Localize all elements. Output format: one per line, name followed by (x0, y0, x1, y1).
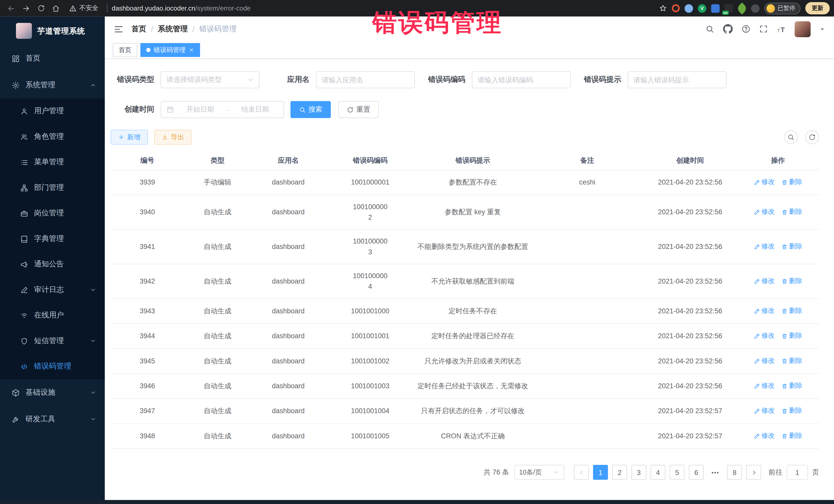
github-icon[interactable] (723, 24, 733, 34)
extension-icon[interactable] (685, 4, 693, 13)
search-button[interactable]: 搜索 (290, 101, 331, 118)
address-bar[interactable]: dashboard.yudao.iocoder.cn/system/error-… (112, 5, 251, 12)
sidebar-item-label: 基础设施 (25, 388, 55, 397)
filter-input[interactable] (634, 72, 721, 88)
tab-label: 错误码管理 (154, 45, 185, 54)
delete-link[interactable]: 删除 (781, 207, 803, 217)
close-icon[interactable] (189, 47, 194, 52)
sidebar-item-3[interactable]: 角色管理 (0, 124, 105, 149)
fullscreen-icon[interactable] (759, 24, 768, 34)
add-button[interactable]: 新增 (111, 130, 148, 145)
total-count: 共 76 条 (484, 467, 509, 477)
refresh-icon[interactable] (805, 130, 819, 144)
sidebar-item-label: 字典管理 (34, 234, 64, 243)
page-button-5[interactable]: 5 (670, 465, 685, 480)
font-size-icon[interactable]: TT (776, 24, 786, 34)
sidebar-item-8[interactable]: 通知公告 (0, 251, 105, 277)
filter-select[interactable]: 请选择错误码类型 (161, 71, 260, 88)
edit-link[interactable]: 修改 (753, 276, 775, 286)
delete-link[interactable]: 删除 (781, 242, 803, 252)
avatar[interactable] (795, 21, 811, 37)
breadcrumb-item[interactable]: 首页 (131, 24, 146, 34)
bookmark-star-icon[interactable] (659, 4, 667, 12)
date-range-picker[interactable]: 开始日期 - 结束日期 (161, 101, 284, 118)
export-button[interactable]: 导出 (154, 130, 192, 145)
page-button-6[interactable]: 6 (689, 465, 704, 480)
edit-link[interactable]: 修改 (753, 177, 775, 188)
edit-link[interactable]: 修改 (753, 406, 775, 416)
reset-button[interactable]: 重置 (338, 101, 379, 118)
question-icon[interactable] (741, 24, 750, 34)
page-button-3[interactable]: 3 (631, 465, 646, 480)
edit-link[interactable]: 修改 (753, 331, 775, 341)
home-icon[interactable] (49, 1, 63, 15)
delete-link[interactable]: 删除 (781, 431, 803, 441)
table-cell: 3948 (111, 431, 184, 442)
sidebar-item-13[interactable]: 基础设施 (0, 379, 105, 406)
profile-avatar (767, 4, 775, 13)
delete-link[interactable]: 删除 (781, 177, 803, 188)
sidebar-logo[interactable]: 芋道管理系统 (0, 17, 105, 45)
sidebar-item-7[interactable]: 字典管理 (0, 226, 105, 251)
sidebar-item-1[interactable]: 系统管理 (0, 72, 105, 98)
extension-icon[interactable] (736, 2, 748, 14)
breadcrumb-item[interactable]: 系统管理 (158, 24, 188, 34)
edit-link[interactable]: 修改 (753, 356, 775, 366)
delete-link[interactable]: 删除 (781, 381, 803, 391)
sidebar-item-0[interactable]: 首页 (0, 45, 105, 72)
tab-0[interactable]: 首页 (113, 43, 137, 57)
page-button-2[interactable]: 2 (612, 465, 627, 480)
extension-icon[interactable]: V (698, 4, 706, 13)
search-icon[interactable] (705, 24, 714, 34)
extension-icon[interactable] (672, 4, 680, 12)
extension-icon[interactable] (711, 4, 720, 13)
delete-link[interactable]: 删除 (781, 406, 803, 416)
forward-icon[interactable] (19, 1, 33, 15)
profile-badge[interactable]: 已暂停 (764, 2, 800, 14)
delete-icon (781, 408, 788, 414)
delete-link[interactable]: 删除 (781, 276, 803, 286)
sidebar-item-12[interactable]: 错误码管理 (0, 354, 105, 379)
sidebar-item-4[interactable]: 菜单管理 (0, 149, 105, 175)
edit-link[interactable]: 修改 (753, 242, 775, 252)
back-icon[interactable] (4, 1, 18, 15)
delete-link[interactable]: 删除 (781, 356, 803, 366)
extension-icon[interactable]: on (724, 4, 733, 13)
sidebar-item-9[interactable]: 审计日志 (0, 277, 105, 303)
sidebar-item-5[interactable]: 部门管理 (0, 175, 105, 200)
next-page-button[interactable] (746, 465, 761, 480)
edit-link[interactable]: 修改 (753, 306, 775, 316)
delete-link[interactable]: 删除 (781, 331, 803, 341)
filter-input[interactable] (322, 72, 409, 88)
hamburger-icon[interactable] (113, 24, 124, 34)
edit-link[interactable]: 修改 (753, 431, 775, 441)
delete-link[interactable]: 删除 (781, 306, 803, 316)
page-button-8[interactable]: 8 (727, 465, 742, 480)
show-search-icon[interactable] (784, 130, 798, 144)
reload-icon[interactable] (34, 1, 48, 15)
sidebar-item-14[interactable]: 研发工具 (0, 406, 105, 432)
chevron-down-icon (90, 389, 96, 396)
extensions-menu-icon[interactable] (751, 4, 760, 13)
tab-1[interactable]: 错误码管理 (140, 43, 200, 57)
sidebar-item-11[interactable]: 短信管理 (0, 328, 105, 354)
logo-image (16, 23, 32, 39)
warning-icon (69, 5, 76, 12)
page-button-4[interactable]: 4 (651, 465, 665, 480)
prev-page-button[interactable] (574, 465, 589, 480)
sidebar-item-6[interactable]: 岗位管理 (0, 200, 105, 226)
sidebar-item-2[interactable]: 用户管理 (0, 98, 105, 124)
edit-link[interactable]: 修改 (753, 381, 775, 391)
page-size-select[interactable]: 10条/页 (514, 465, 564, 480)
page-content: 错误码类型请选择错误码类型应用名错误码编码错误码提示 创建时间 开始日期 - 结… (105, 59, 834, 500)
update-button[interactable]: 更新 (805, 2, 830, 14)
filter-input[interactable] (478, 72, 565, 88)
caret-down-icon[interactable] (819, 26, 826, 32)
edit-link[interactable]: 修改 (753, 207, 775, 217)
filter-label: 应用名 (259, 75, 316, 84)
table-cell: 3947 (111, 406, 184, 416)
goto-input[interactable] (787, 465, 808, 480)
sidebar-item-10[interactable]: 在线用户 (0, 303, 105, 328)
page-button-1[interactable]: 1 (593, 465, 608, 480)
security-chip[interactable]: 不安全 (69, 4, 98, 13)
